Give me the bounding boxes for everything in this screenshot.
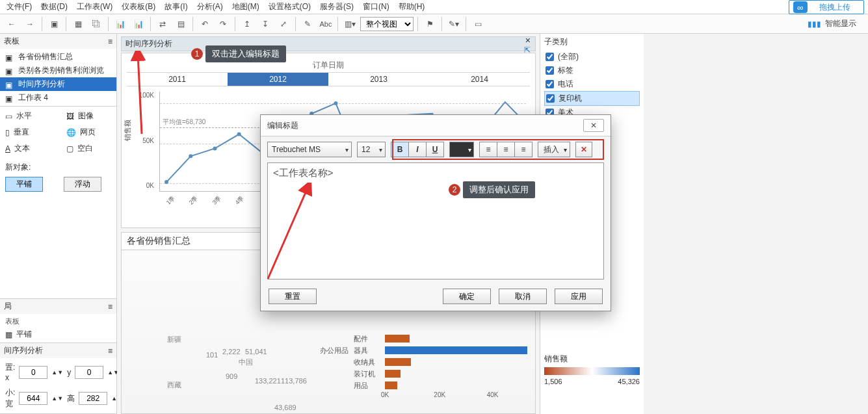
- red-arrow-2: [261, 183, 320, 280]
- panel-menu-icon[interactable]: ≡: [108, 302, 112, 311]
- panel3-tile-row[interactable]: ▦平铺: [5, 329, 111, 340]
- tree-item-1[interactable]: ▣类别各类别销售利润浏览: [0, 64, 116, 77]
- dialog-close-button[interactable]: ✕: [583, 119, 604, 132]
- tree-item-3[interactable]: ▣工作表 4: [0, 91, 116, 105]
- new-sheet-icon[interactable]: ⿻: [88, 16, 104, 32]
- map-label: 新疆: [167, 335, 181, 344]
- legend-min: 1,506: [544, 378, 562, 385]
- bar-chart-icon: ▮▮▮: [808, 19, 821, 29]
- sheet-icon: ▣: [5, 94, 14, 102]
- upload-tag[interactable]: ∞ 拖拽上传: [789, 0, 864, 14]
- bold-button[interactable]: B: [391, 142, 409, 157]
- pos-x-input[interactable]: [19, 366, 47, 379]
- legend-max: 45,326: [618, 378, 640, 385]
- size-h-input[interactable]: [79, 392, 107, 405]
- tree-item-0[interactable]: ▣各省份销售汇总: [0, 50, 116, 64]
- menu-data[interactable]: 数据(D): [41, 1, 68, 12]
- pin-icon[interactable]: ✎: [300, 16, 315, 32]
- svg-point-1: [164, 180, 168, 184]
- obj-web[interactable]: 🌐网页: [66, 127, 112, 138]
- chart-remove-icon[interactable]: 📊: [131, 16, 146, 32]
- chart-type-icon[interactable]: ▥▾: [342, 16, 358, 32]
- group-icon[interactable]: ▤: [173, 16, 189, 32]
- apply-button[interactable]: 应用: [555, 289, 603, 304]
- underline-button[interactable]: U: [426, 142, 444, 157]
- obj-horizontal[interactable]: ▭水平: [5, 110, 51, 122]
- menu-story[interactable]: 故事(I): [164, 1, 187, 12]
- sort-asc-icon[interactable]: ↥: [239, 16, 255, 32]
- italic-button[interactable]: I: [408, 142, 427, 157]
- obj-image[interactable]: 🖼图像: [66, 110, 112, 122]
- map-label: 西藏: [167, 380, 181, 390]
- vertical-icon: ▯: [5, 128, 10, 137]
- map-label: 51,041: [245, 348, 267, 356]
- title-editor[interactable]: <工作表名称> 2 调整后确认应用: [267, 162, 604, 279]
- menu-file[interactable]: 文件(F): [7, 1, 32, 12]
- float-button[interactable]: 浮动: [64, 177, 101, 192]
- ok-button[interactable]: 确定: [443, 289, 491, 304]
- sort-desc-icon[interactable]: ↧: [257, 16, 273, 32]
- insert-dropdown[interactable]: 插入: [538, 142, 570, 157]
- panel-menu-icon[interactable]: ≡: [108, 37, 112, 46]
- align-left-button[interactable]: ≡: [479, 142, 497, 157]
- save-icon[interactable]: ▣: [46, 16, 62, 32]
- redo-icon[interactable]: ↷: [215, 16, 231, 32]
- size-w-input[interactable]: [19, 392, 47, 405]
- menu-help[interactable]: 帮助(H): [399, 1, 425, 12]
- year-2012[interactable]: 2012: [228, 73, 328, 86]
- swap-icon[interactable]: ⇄: [155, 16, 170, 32]
- filter-phone[interactable]: 电话: [544, 77, 640, 91]
- menu-server[interactable]: 服务器(S): [320, 1, 354, 12]
- chart-add-icon[interactable]: 📊: [112, 16, 128, 32]
- menu-worksheet[interactable]: 工作表(W): [77, 1, 112, 12]
- left-panel: 表板 ≡ ▣各省份销售汇总 ▣类别各类别销售利润浏览 ▣时间序列分析 ▣工作表 …: [0, 34, 117, 414]
- tree-item-2[interactable]: ▣时间序列分析: [0, 77, 116, 91]
- close-icon[interactable]: ×: [525, 35, 531, 45]
- dashboard-titlebar[interactable]: 时间序列分析 × ⇱: [121, 36, 536, 51]
- pos-y-input[interactable]: [75, 366, 103, 379]
- menu-analysis[interactable]: 分析(A): [197, 1, 223, 12]
- font-select[interactable]: Trebuchet MS: [267, 142, 352, 157]
- tile-button[interactable]: 平铺: [5, 177, 43, 192]
- year-2013[interactable]: 2013: [328, 73, 429, 86]
- menu-map[interactable]: 地图(M): [232, 1, 259, 12]
- abc-icon[interactable]: Abc: [318, 16, 334, 32]
- clear-format-button[interactable]: ✕: [575, 142, 592, 157]
- cancel-button[interactable]: 取消: [499, 289, 547, 304]
- back-icon[interactable]: ←: [4, 16, 20, 32]
- obj-blank[interactable]: ▢空白: [66, 143, 112, 154]
- menu-window[interactable]: 窗口(N): [363, 1, 389, 12]
- filter-labels[interactable]: 标签: [544, 64, 640, 77]
- obj-vertical[interactable]: ▯垂直: [5, 127, 51, 138]
- filter-all[interactable]: (全部): [544, 50, 640, 64]
- align-center-button[interactable]: ≡: [497, 142, 515, 157]
- autofit-icon[interactable]: ⤢: [276, 16, 291, 32]
- menu-format[interactable]: 设置格式(O): [269, 1, 311, 12]
- menu-dashboard[interactable]: 仪表板(B): [122, 1, 155, 12]
- year-2014[interactable]: 2014: [429, 73, 530, 86]
- panel1-title: 表板: [4, 36, 20, 47]
- view-select[interactable]: 整个视图: [360, 17, 414, 31]
- obj-text[interactable]: A文本: [5, 143, 51, 154]
- size-select[interactable]: 12: [357, 142, 386, 157]
- highlight-icon[interactable]: ✎▾: [446, 16, 462, 32]
- map-label: 133,221: [255, 377, 281, 385]
- undo-icon[interactable]: ↶: [197, 16, 213, 32]
- forward-icon[interactable]: →: [22, 16, 38, 32]
- flag-icon[interactable]: ⚑: [422, 16, 438, 32]
- smart-display-button[interactable]: ▮▮▮ 智能显示: [808, 18, 864, 29]
- new-object-label: 新对象:: [0, 158, 116, 174]
- align-right-button[interactable]: ≡: [514, 142, 533, 157]
- blank-icon: ▢: [66, 144, 73, 153]
- reset-button[interactable]: 重置: [269, 289, 317, 304]
- menu-bar: 文件(F) 数据(D) 工作表(W) 仪表板(B) 故事(I) 分析(A) 地图…: [0, 0, 868, 14]
- edit-title-dialog: 编辑标题 ✕ Trebuchet MS 12 B I U ≡ ≡ ≡ 插入 ✕ …: [260, 114, 611, 311]
- presentation-icon[interactable]: ▭: [470, 16, 486, 32]
- filter-copier[interactable]: 复印机: [544, 91, 640, 106]
- datasource-icon[interactable]: ▦: [70, 16, 86, 32]
- panel-menu-icon[interactable]: ≡: [108, 346, 112, 356]
- font-color-button[interactable]: [449, 142, 474, 157]
- map-label: 中国: [239, 357, 253, 367]
- text-icon: A: [5, 144, 10, 153]
- dialog-title: 编辑标题: [267, 120, 298, 131]
